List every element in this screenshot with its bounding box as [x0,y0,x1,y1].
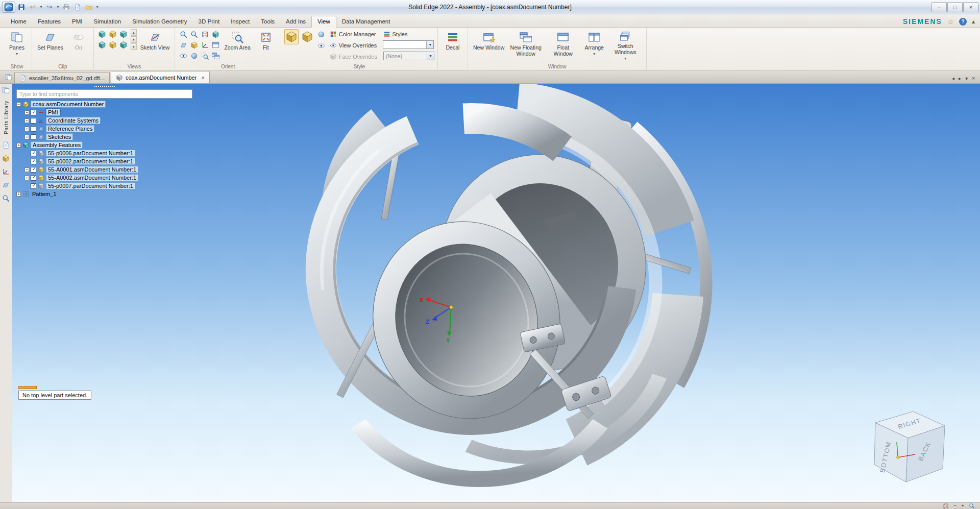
qat-customize-dropdown[interactable]: ▾ [95,5,100,9]
checkbox-checked[interactable]: ✓ [31,167,36,173]
tab-tools[interactable]: Tools [255,16,280,27]
layers-icon[interactable] [2,180,11,189]
tree-item-label[interactable]: Pattern_1 [31,191,58,197]
clip-on-button[interactable]: On [67,29,90,62]
view-top-icon[interactable] [97,40,107,50]
spin-about-icon[interactable] [189,51,199,61]
tree-item-label[interactable]: Reference Planes [46,125,94,132]
styles-button[interactable]: Styles [382,29,409,39]
view-overrides-combo[interactable]: ▾ [383,40,434,49]
combo-dropdown-icon[interactable]: ▾ [427,52,434,60]
tree-row-subassembly[interactable]: + ✓ 55-A0001.asmDocument Number:1 [16,165,192,174]
family-of-assemblies-icon[interactable] [2,154,11,163]
feature-library-icon[interactable] [2,140,11,150]
tree-row-assembly-features[interactable]: + Assembly Features [16,141,192,149]
sketch-view-button[interactable]: Sketch View [138,29,172,62]
view-trimetric-icon[interactable] [118,29,129,39]
zoom-out-icon[interactable]: − [953,503,957,508]
redo-dropdown[interactable]: ▾ [56,5,60,9]
new-document-button[interactable] [72,2,83,12]
view-cube[interactable]: RIGHT BOTTOM BACK [865,405,962,487]
tab-3d-print[interactable]: 3D Print [193,16,226,27]
expander-icon[interactable]: + [24,127,29,131]
undo-button[interactable]: ↩ [28,2,38,12]
zoom-tool-icon[interactable] [969,503,975,509]
view-dimetric-icon[interactable] [108,29,118,39]
views-scroll-up-icon[interactable]: ▴ [131,29,137,36]
expander-icon[interactable]: + [24,176,29,180]
panel-grip[interactable] [94,86,115,88]
expander-icon[interactable]: + [24,118,29,123]
panes-button[interactable]: Panes ▾ [5,29,29,62]
close-doc-icon[interactable]: × [972,76,975,81]
tree-item-label[interactable]: Assembly Features [31,141,83,149]
fit-button[interactable]: Fit [254,29,278,62]
panes-toggle-icon[interactable] [2,85,11,94]
tree-item-label[interactable]: PMI [46,109,60,116]
redo-button[interactable]: ↪ [44,2,55,12]
selection-tools-icon[interactable] [2,193,11,203]
save-button[interactable] [16,2,27,12]
view-overrides-button[interactable]: View Overrides [329,40,378,51]
tree-item-label[interactable]: Sketches [46,133,73,140]
float-window-button[interactable]: Float Window [545,29,581,62]
color-manager-button[interactable]: Color Manager [329,29,377,39]
next-doc-icon[interactable]: ▸ [959,76,961,81]
set-planes-button[interactable]: Set Planes [35,29,65,62]
tab-inspect[interactable]: Inspect [225,16,255,27]
views-gallery-more-icon[interactable]: ▾ [131,43,137,50]
tree-item-label[interactable]: 55-p0002.parDocument Number:1 [46,158,135,165]
tree-row-part[interactable]: ✓ 55-p0007.parDocument Number:1 [16,182,192,190]
view-right-icon[interactable] [118,40,129,50]
checkbox-checked[interactable]: ✓ [31,110,36,115]
tree-row-part[interactable]: ✓ 55-p0006.parDocument Number:1 [16,149,192,157]
tree-row-sketches[interactable]: + Sketches [16,133,192,141]
help-icon[interactable]: ? [959,18,967,26]
component-search-input[interactable] [16,89,192,99]
environment-button[interactable] [316,29,327,39]
zoom-in-icon[interactable] [189,29,199,39]
face-overrides-button[interactable]: Face Overrides [329,52,378,62]
common-views-icon[interactable] [189,40,199,50]
tree-item-label[interactable]: 55-A0002.asmDocument Number:1 [46,174,138,181]
tree-row-part[interactable]: ✓ 55-p0002.parDocument Number:1 [16,157,192,165]
open-button[interactable] [84,2,94,12]
tab-simulation[interactable]: Simulation [88,16,127,27]
sensors-icon[interactable] [2,167,11,176]
checkbox-unchecked[interactable] [31,118,36,124]
new-window-button[interactable]: New Window [471,29,506,62]
zoom-selected-icon[interactable] [200,51,210,61]
parts-library-tab[interactable]: Parts Library [3,99,9,136]
refresh-view-icon[interactable] [210,51,220,61]
doc-tab-escalier[interactable]: escalier_35x6trou_02_gd.dft... [14,72,110,83]
3d-viewport[interactable]: X Z Y − coax.asmDocument Number + [12,84,980,502]
close-button[interactable]: × [963,2,978,12]
doc-list-dropdown-icon[interactable]: ▾ [965,76,968,81]
views-scroll-down-icon[interactable]: ▾ [131,36,137,43]
tab-home[interactable]: Home [5,16,32,27]
switch-windows-button[interactable]: Switch Windows ▾ [607,29,643,62]
doc-tab-coax[interactable]: coax.asmDocument Number × [111,71,210,83]
previous-view-icon[interactable] [210,40,220,50]
checkbox-unchecked[interactable] [31,126,36,132]
doc-tab-close-icon[interactable]: × [201,75,204,81]
expander-icon[interactable]: + [24,135,29,139]
perspective-icon[interactable] [178,51,188,61]
face-overrides-combo[interactable]: (None) ▾ [383,52,434,60]
panel-toggle-icon[interactable] [3,72,14,82]
tree-item-label[interactable]: coax.asmDocument Number [31,101,106,108]
tree-row-reference-planes[interactable]: + Reference Planes [16,125,192,133]
tree-item-label[interactable]: 55-A0001.asmDocument Number:1 [46,166,138,173]
tree-row-root[interactable]: − coax.asmDocument Number [16,100,192,108]
expander-icon[interactable]: + [16,143,21,148]
checkbox-checked[interactable]: ✓ [31,175,36,181]
tree-item-label[interactable]: 55-p0006.parDocument Number:1 [46,150,135,157]
combo-dropdown-icon[interactable]: ▾ [426,41,433,49]
tab-view[interactable]: View [311,16,336,28]
tree-row-subassembly[interactable]: + ✓ 55-A0002.asmDocument Number:1 [16,174,192,182]
zoom-area-button[interactable]: Zoom Area [222,29,252,62]
look-at-face-icon[interactable] [178,40,188,50]
fit-view-icon[interactable] [943,503,949,509]
checkbox-checked[interactable]: ✓ [31,159,36,164]
expander-icon[interactable]: + [16,192,21,197]
